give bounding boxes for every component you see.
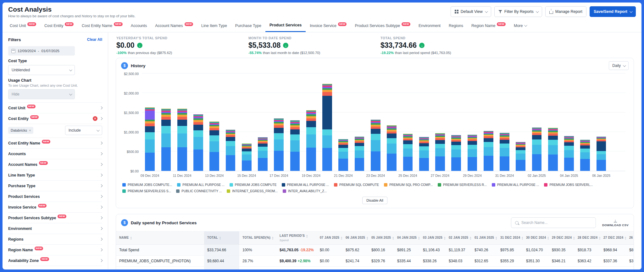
usage-chart-select[interactable]: Hide <box>8 89 75 99</box>
tab-accounts[interactable]: Accounts <box>127 19 151 32</box>
legend-item-premium-all-purpose[interactable]: PREMIUM ALL PURPOSE ... <box>282 183 329 187</box>
include-select[interactable]: Include <box>65 126 102 135</box>
filter-item-account-names[interactable]: Account NamesNEW <box>8 159 102 170</box>
tab-cost-entity-name[interactable]: Cost Entity NameNEW <box>78 19 127 32</box>
cost-type-select[interactable]: Unblended <box>8 65 75 75</box>
stacked-bar[interactable] <box>371 120 380 171</box>
filter-item-cost-unit[interactable]: Cost UnitNEW <box>8 103 102 113</box>
stacked-bar[interactable] <box>516 142 525 171</box>
tab-environment[interactable]: Environment <box>414 19 445 32</box>
legend-item-premium-jobs-serverl[interactable]: PREMIUM JOBS SERVERL... <box>544 183 593 187</box>
stacked-bar[interactable] <box>145 107 155 171</box>
column-header-30-dec-2024[interactable]: 30 DEC 2024 <box>523 231 549 245</box>
stacked-bar[interactable] <box>548 128 558 171</box>
filter-by-reports-button[interactable]: Filter By Reports <box>494 6 542 17</box>
stacked-bar[interactable] <box>322 84 332 171</box>
tab-line-item-type[interactable]: Line Item Type <box>197 19 231 32</box>
tab-invoice-service[interactable]: Invoice ServiceNEW <box>306 19 351 32</box>
save-send-report-button[interactable]: Save/Send Report <box>590 6 636 17</box>
stacked-bar[interactable] <box>419 137 429 171</box>
stacked-bar[interactable] <box>403 134 413 171</box>
stacked-bar[interactable] <box>468 135 477 171</box>
remove-chip-icon[interactable]: × <box>29 128 31 132</box>
column-header-29-dec-2024[interactable]: 29 DEC 2024 <box>549 231 575 245</box>
cost-entity-chip[interactable]: Databricks× <box>8 127 33 134</box>
stacked-bar[interactable] <box>306 110 316 171</box>
filter-item-region-name[interactable]: Region NameNEW <box>8 245 102 255</box>
column-header-last-period-s[interactable]: LAST PERIOD'SSpend <box>276 231 317 245</box>
column-header-02-jan-2025[interactable]: 02 JAN 2025 <box>446 231 471 245</box>
tab-product-services[interactable]: Product Services <box>265 19 306 32</box>
column-header-04-jan-2025[interactable]: 04 JAN 2025 <box>394 231 420 245</box>
granularity-select[interactable]: Daily <box>609 61 629 70</box>
stacked-bar[interactable] <box>580 140 590 171</box>
legend-item-premium-jobs-compute[interactable]: PREMIUM JOBS COMPUTE <box>230 183 277 187</box>
stacked-bar[interactable] <box>484 131 493 171</box>
stacked-bar[interactable] <box>226 130 236 171</box>
legend-item-premium-sql-pro-comp[interactable]: PREMIUM SQL PRO COMP... <box>384 183 433 187</box>
legend-item-premium-serverless-r[interactable]: PREMIUM SERVERLESS R... <box>438 183 487 187</box>
filter-item-availability-zone[interactable]: Availability ZoneNEW <box>8 255 102 266</box>
stacked-bar[interactable] <box>387 125 397 171</box>
filter-item-line-item-type[interactable]: Line Item Type <box>8 170 102 181</box>
date-range-picker[interactable]: 12/09/2024 - 01/07/2025 <box>8 46 75 56</box>
filter-item-accounts[interactable]: Accounts <box>8 149 102 159</box>
legend-item-premium-jobs-compute[interactable]: PREMIUM JOBS COMPUTE... <box>122 183 172 187</box>
search-input[interactable] <box>521 220 592 225</box>
legend-item-public-connectivity[interactable]: PUBLIC CONNECTIVITY ... <box>176 189 222 193</box>
column-header-31-dec-2024[interactable]: 31 DEC 2024 <box>497 231 523 245</box>
legend-item-internet-egress-from[interactable]: INTERNET_EGRESS_FROM... <box>227 189 278 193</box>
stacked-bar[interactable] <box>532 128 542 171</box>
manage-report-button[interactable]: Manage Report <box>545 6 586 17</box>
column-header-26-dec-2024[interactable]: 26 DEC 2024 <box>626 231 634 245</box>
search-box[interactable] <box>511 217 596 228</box>
clear-all-link[interactable]: Clear All <box>87 37 102 42</box>
tab-cost-entity[interactable]: Cost EntityNEW <box>40 19 78 32</box>
tab-region-name[interactable]: Region NameNEW <box>467 19 510 32</box>
filter-item-invoice-service[interactable]: Invoice ServiceNEW <box>8 202 102 213</box>
disable-all-button[interactable]: Disable All <box>362 197 387 204</box>
filter-item-purchase-type[interactable]: Purchase Type <box>8 181 102 191</box>
tab-cost-unit[interactable]: Cost UnitNEW <box>6 19 40 32</box>
stacked-bar[interactable] <box>193 114 203 171</box>
tab-product-services-subtype[interactable]: Product Services SubtypeNEW <box>351 19 414 32</box>
stacked-bar[interactable] <box>338 139 348 171</box>
column-header-total[interactable]: TOTAL <box>204 231 239 245</box>
column-header-total-spend[interactable]: TOTAL SPEND(%) <box>239 231 276 245</box>
download-csv-button[interactable]: DOWNLOAD CSV <box>602 219 629 227</box>
stacked-bar[interactable] <box>177 109 187 171</box>
stacked-bar[interactable] <box>564 136 574 171</box>
stacked-bar[interactable] <box>290 120 300 171</box>
legend-item-premium-serverless-s[interactable]: PREMIUM SERVERLESS S... <box>122 189 171 193</box>
stacked-bar[interactable] <box>209 122 219 171</box>
column-header-28-dec-2024[interactable]: 28 DEC 2024 <box>575 231 600 245</box>
filter-item-cost-entity[interactable]: Cost EntityNEW <box>8 113 102 124</box>
legend-item-premium-all-purpose[interactable]: PREMIUM ALL PURPOSE ... <box>177 183 225 187</box>
filter-item-product-services[interactable]: Product Services <box>8 191 102 202</box>
legend-item-premium-all-purpose[interactable]: PREMIUM ALL PURPOSE ... <box>492 183 539 187</box>
stacked-bar[interactable] <box>161 109 171 171</box>
column-header-01-jan-2025[interactable]: 01 JAN 2025 <box>471 231 497 245</box>
tab-more[interactable]: More <box>510 19 530 32</box>
filter-item-product-services-subtype[interactable]: Product Services SubtypeNEW <box>8 213 102 223</box>
stacked-bar[interactable] <box>451 135 461 171</box>
stacked-bar[interactable] <box>500 133 509 171</box>
legend-item-premium-sql-compute[interactable]: PREMIUM SQL COMPUTE <box>334 183 379 187</box>
filter-item-environment[interactable]: Environment <box>8 223 102 234</box>
tab-regions[interactable]: Regions <box>445 19 467 32</box>
stacked-bar[interactable] <box>258 137 268 171</box>
default-view-button[interactable]: Default View <box>451 6 491 17</box>
column-header-07-jan-2025[interactable]: 07 JAN 2025 <box>317 231 342 245</box>
stacked-bar[interactable] <box>597 137 606 171</box>
column-header-06-jan-2025[interactable]: 06 JAN 2025 <box>342 231 368 245</box>
tab-account-names[interactable]: Account NamesNEW <box>151 19 197 32</box>
filter-item-cost-entity-name[interactable]: Cost Entity NameNEW <box>8 138 102 149</box>
stacked-bar[interactable] <box>274 118 284 171</box>
column-header-05-jan-2025[interactable]: 05 JAN 2025 <box>368 231 394 245</box>
stacked-bar[interactable] <box>435 133 445 171</box>
column-header-27-dec-2024[interactable]: 27 DEC 2024 <box>600 231 626 245</box>
stacked-bar[interactable] <box>242 144 252 171</box>
filter-item-operation[interactable]: Operation <box>8 266 102 269</box>
column-header-name[interactable]: NAME <box>116 231 204 245</box>
remove-filter-icon[interactable] <box>93 116 97 121</box>
